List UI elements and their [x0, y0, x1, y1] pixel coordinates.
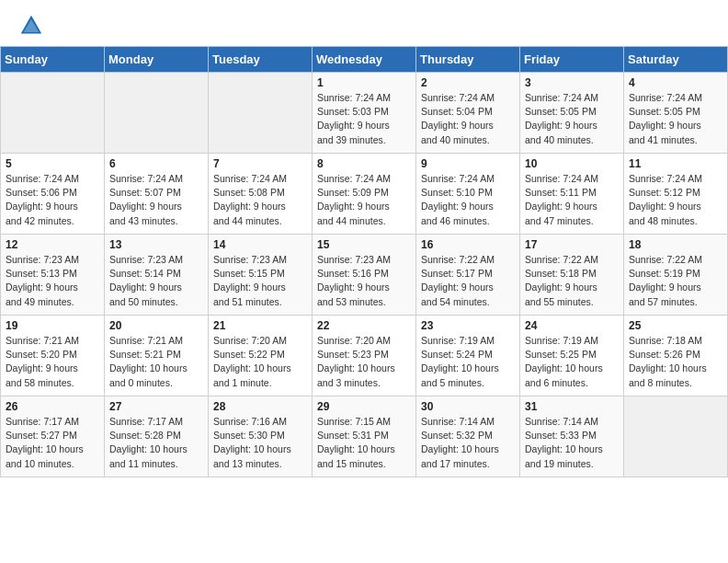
day-cell-31: 31Sunrise: 7:14 AM Sunset: 5:33 PM Dayli…: [520, 396, 624, 477]
day-info: Sunrise: 7:24 AM Sunset: 5:04 PM Dayligh…: [421, 91, 515, 147]
day-number: 28: [213, 400, 307, 413]
header: [0, 0, 728, 46]
day-info: Sunrise: 7:24 AM Sunset: 5:10 PM Dayligh…: [421, 172, 515, 228]
day-info: Sunrise: 7:14 AM Sunset: 5:33 PM Dayligh…: [525, 415, 619, 471]
empty-cell: [209, 73, 313, 154]
day-header-sunday: Sunday: [1, 47, 105, 73]
day-info: Sunrise: 7:21 AM Sunset: 5:20 PM Dayligh…: [6, 334, 99, 390]
logo-icon: [18, 13, 44, 39]
day-info: Sunrise: 7:23 AM Sunset: 5:13 PM Dayligh…: [6, 253, 99, 309]
day-number: 23: [421, 319, 515, 332]
day-cell-8: 8Sunrise: 7:24 AM Sunset: 5:09 PM Daylig…: [313, 154, 416, 235]
week-row-1: 1Sunrise: 7:24 AM Sunset: 5:03 PM Daylig…: [1, 73, 728, 154]
week-row-3: 12Sunrise: 7:23 AM Sunset: 5:13 PM Dayli…: [1, 235, 728, 316]
day-cell-12: 12Sunrise: 7:23 AM Sunset: 5:13 PM Dayli…: [1, 235, 105, 316]
day-info: Sunrise: 7:21 AM Sunset: 5:21 PM Dayligh…: [109, 334, 203, 390]
day-number: 12: [6, 238, 99, 251]
day-cell-23: 23Sunrise: 7:19 AM Sunset: 5:24 PM Dayli…: [416, 316, 520, 396]
day-number: 25: [629, 319, 722, 332]
day-info: Sunrise: 7:24 AM Sunset: 5:05 PM Dayligh…: [629, 91, 722, 147]
day-info: Sunrise: 7:17 AM Sunset: 5:28 PM Dayligh…: [109, 415, 203, 471]
day-number: 17: [525, 238, 619, 251]
day-info: Sunrise: 7:17 AM Sunset: 5:27 PM Dayligh…: [6, 415, 99, 471]
day-cell-13: 13Sunrise: 7:23 AM Sunset: 5:14 PM Dayli…: [105, 235, 209, 316]
day-info: Sunrise: 7:23 AM Sunset: 5:15 PM Dayligh…: [213, 253, 307, 309]
day-number: 19: [6, 319, 99, 332]
day-cell-21: 21Sunrise: 7:20 AM Sunset: 5:22 PM Dayli…: [209, 316, 313, 396]
day-header-saturday: Saturday: [624, 47, 728, 73]
day-cell-11: 11Sunrise: 7:24 AM Sunset: 5:12 PM Dayli…: [624, 154, 728, 235]
day-info: Sunrise: 7:24 AM Sunset: 5:05 PM Dayligh…: [525, 91, 619, 147]
day-cell-17: 17Sunrise: 7:22 AM Sunset: 5:18 PM Dayli…: [520, 235, 624, 316]
day-cell-18: 18Sunrise: 7:22 AM Sunset: 5:19 PM Dayli…: [624, 235, 728, 316]
day-info: Sunrise: 7:14 AM Sunset: 5:32 PM Dayligh…: [421, 415, 515, 471]
day-cell-10: 10Sunrise: 7:24 AM Sunset: 5:11 PM Dayli…: [520, 154, 624, 235]
day-cell-29: 29Sunrise: 7:15 AM Sunset: 5:31 PM Dayli…: [313, 396, 416, 477]
day-number: 16: [421, 238, 515, 251]
day-number: 3: [525, 76, 619, 89]
day-info: Sunrise: 7:24 AM Sunset: 5:07 PM Dayligh…: [109, 172, 203, 228]
day-header-tuesday: Tuesday: [209, 47, 313, 73]
day-info: Sunrise: 7:24 AM Sunset: 5:11 PM Dayligh…: [525, 172, 619, 228]
day-number: 26: [6, 400, 99, 413]
day-cell-2: 2Sunrise: 7:24 AM Sunset: 5:04 PM Daylig…: [416, 73, 520, 154]
day-info: Sunrise: 7:24 AM Sunset: 5:08 PM Dayligh…: [213, 172, 307, 228]
day-cell-24: 24Sunrise: 7:19 AM Sunset: 5:25 PM Dayli…: [520, 316, 624, 396]
day-number: 14: [213, 238, 307, 251]
day-number: 20: [109, 319, 203, 332]
day-cell-5: 5Sunrise: 7:24 AM Sunset: 5:06 PM Daylig…: [1, 154, 105, 235]
day-info: Sunrise: 7:23 AM Sunset: 5:16 PM Dayligh…: [317, 253, 411, 309]
day-cell-6: 6Sunrise: 7:24 AM Sunset: 5:07 PM Daylig…: [105, 154, 209, 235]
day-number: 27: [109, 400, 203, 413]
day-info: Sunrise: 7:24 AM Sunset: 5:12 PM Dayligh…: [629, 172, 722, 228]
day-info: Sunrise: 7:20 AM Sunset: 5:23 PM Dayligh…: [317, 334, 411, 390]
day-cell-27: 27Sunrise: 7:17 AM Sunset: 5:28 PM Dayli…: [105, 396, 209, 477]
day-cell-14: 14Sunrise: 7:23 AM Sunset: 5:15 PM Dayli…: [209, 235, 313, 316]
day-number: 29: [317, 400, 411, 413]
day-number: 1: [317, 76, 411, 89]
day-info: Sunrise: 7:20 AM Sunset: 5:22 PM Dayligh…: [213, 334, 307, 390]
week-row-4: 19Sunrise: 7:21 AM Sunset: 5:20 PM Dayli…: [1, 316, 728, 396]
day-header-friday: Friday: [520, 47, 624, 73]
day-cell-7: 7Sunrise: 7:24 AM Sunset: 5:08 PM Daylig…: [209, 154, 313, 235]
day-cell-30: 30Sunrise: 7:14 AM Sunset: 5:32 PM Dayli…: [416, 396, 520, 477]
day-number: 18: [629, 238, 722, 251]
day-number: 7: [213, 157, 307, 170]
empty-cell: [105, 73, 209, 154]
day-cell-1: 1Sunrise: 7:24 AM Sunset: 5:03 PM Daylig…: [313, 73, 416, 154]
week-row-2: 5Sunrise: 7:24 AM Sunset: 5:06 PM Daylig…: [1, 154, 728, 235]
day-cell-25: 25Sunrise: 7:18 AM Sunset: 5:26 PM Dayli…: [624, 316, 728, 396]
day-cell-15: 15Sunrise: 7:23 AM Sunset: 5:16 PM Dayli…: [313, 235, 416, 316]
day-number: 6: [109, 157, 203, 170]
day-number: 31: [525, 400, 619, 413]
day-cell-28: 28Sunrise: 7:16 AM Sunset: 5:30 PM Dayli…: [209, 396, 313, 477]
calendar: SundayMondayTuesdayWednesdayThursdayFrid…: [0, 46, 728, 477]
day-cell-26: 26Sunrise: 7:17 AM Sunset: 5:27 PM Dayli…: [1, 396, 105, 477]
day-number: 15: [317, 238, 411, 251]
day-number: 8: [317, 157, 411, 170]
day-info: Sunrise: 7:16 AM Sunset: 5:30 PM Dayligh…: [213, 415, 307, 471]
calendar-header-row: SundayMondayTuesdayWednesdayThursdayFrid…: [1, 47, 728, 73]
week-row-5: 26Sunrise: 7:17 AM Sunset: 5:27 PM Dayli…: [1, 396, 728, 477]
day-info: Sunrise: 7:19 AM Sunset: 5:25 PM Dayligh…: [525, 334, 619, 390]
day-info: Sunrise: 7:24 AM Sunset: 5:09 PM Dayligh…: [317, 172, 411, 228]
day-info: Sunrise: 7:22 AM Sunset: 5:19 PM Dayligh…: [629, 253, 722, 309]
day-number: 22: [317, 319, 411, 332]
day-number: 11: [629, 157, 722, 170]
day-number: 24: [525, 319, 619, 332]
empty-cell: [1, 73, 105, 154]
day-cell-20: 20Sunrise: 7:21 AM Sunset: 5:21 PM Dayli…: [105, 316, 209, 396]
day-cell-4: 4Sunrise: 7:24 AM Sunset: 5:05 PM Daylig…: [624, 73, 728, 154]
day-header-monday: Monday: [105, 47, 209, 73]
day-number: 13: [109, 238, 203, 251]
day-cell-9: 9Sunrise: 7:24 AM Sunset: 5:10 PM Daylig…: [416, 154, 520, 235]
day-info: Sunrise: 7:15 AM Sunset: 5:31 PM Dayligh…: [317, 415, 411, 471]
day-number: 9: [421, 157, 515, 170]
day-info: Sunrise: 7:23 AM Sunset: 5:14 PM Dayligh…: [109, 253, 203, 309]
day-number: 10: [525, 157, 619, 170]
day-cell-16: 16Sunrise: 7:22 AM Sunset: 5:17 PM Dayli…: [416, 235, 520, 316]
empty-cell: [624, 396, 728, 477]
day-header-thursday: Thursday: [416, 47, 520, 73]
day-cell-19: 19Sunrise: 7:21 AM Sunset: 5:20 PM Dayli…: [1, 316, 105, 396]
day-info: Sunrise: 7:22 AM Sunset: 5:18 PM Dayligh…: [525, 253, 619, 309]
